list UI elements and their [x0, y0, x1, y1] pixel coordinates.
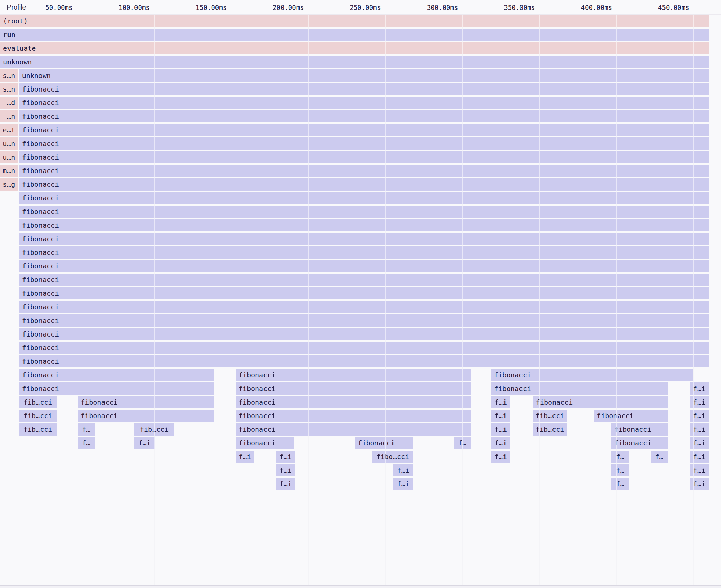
flame-frame[interactable]: s…g	[0, 178, 18, 191]
flame-frame[interactable]: fibonacci	[533, 396, 668, 408]
flame-frame[interactable]: _…n	[0, 110, 18, 122]
flame-frame[interactable]: f…i	[491, 410, 511, 422]
flame-frame[interactable]: fibonacci	[19, 124, 709, 136]
flame-frame[interactable]: fibonacci	[594, 410, 668, 422]
flame-frame[interactable]: f…i	[690, 451, 709, 463]
flame-frame[interactable]: fibonacci	[491, 369, 693, 381]
flame-frame[interactable]: fibonacci	[19, 151, 709, 163]
flame-frame[interactable]: f…i	[491, 423, 511, 436]
time-gridline-overlay	[154, 14, 155, 586]
flamegraph-view: Profile 50.00ms100.00ms150.00ms200.00ms2…	[0, 0, 721, 588]
toolbar: Profile 50.00ms100.00ms150.00ms200.00ms2…	[0, 0, 721, 15]
flame-frame[interactable]: f…	[651, 451, 668, 463]
time-gridline-overlay	[616, 14, 617, 586]
flame-frame[interactable]: run	[0, 29, 709, 41]
time-tick-label: 250.00ms	[350, 0, 381, 14]
flame-frame[interactable]: f…	[611, 464, 629, 476]
flame-frame[interactable]: fib…cci	[533, 423, 567, 436]
flame-frame[interactable]: f…i	[491, 396, 511, 408]
flame-frame[interactable]: fibonacci	[19, 206, 709, 218]
flame-frame[interactable]: f…i	[690, 464, 709, 476]
flame-frame[interactable]: fib…cci	[533, 410, 567, 422]
flame-frame[interactable]: f…i	[276, 451, 295, 463]
flame-frame[interactable]: fibonacci	[19, 314, 709, 327]
time-gridline-overlay	[462, 14, 463, 586]
flame-frame[interactable]: f…i	[491, 437, 511, 449]
flame-frame[interactable]: fibonacci	[19, 287, 709, 299]
flame-frame[interactable]: unknown	[19, 69, 709, 82]
flame-frame[interactable]: fib…cci	[19, 396, 57, 408]
flame-frame[interactable]: f…i	[276, 464, 295, 476]
flame-frame[interactable]: f…i	[690, 410, 709, 422]
flame-frame[interactable]: fibonacci	[19, 83, 709, 95]
flame-frame[interactable]: f…i	[134, 437, 155, 449]
flame-frame[interactable]: f…i	[690, 478, 709, 490]
flame-frame[interactable]: f…	[78, 423, 95, 436]
flame-frame[interactable]: _…d	[0, 97, 18, 109]
flame-frame[interactable]: unknown	[0, 56, 709, 68]
flame-frame[interactable]: f…	[611, 478, 629, 490]
flame-frame[interactable]: fibonacci	[236, 396, 471, 408]
flame-frame[interactable]: fibonacci	[19, 110, 709, 122]
time-tick-label: 350.00ms	[504, 0, 535, 14]
flame-frame[interactable]: fibonacci	[19, 274, 709, 286]
flame-frame[interactable]: fibonacci	[611, 423, 668, 436]
flame-frame[interactable]: f…i	[491, 451, 511, 463]
flame-frame[interactable]: fibonacci	[236, 437, 294, 449]
flame-frame[interactable]: fibonacci	[491, 382, 668, 395]
flame-frame[interactable]: u…n	[0, 137, 18, 150]
flame-frame[interactable]: f…i	[690, 396, 709, 408]
flame-frame[interactable]: fibonacci	[19, 233, 709, 245]
flame-frame[interactable]: fib…cci	[19, 423, 57, 436]
time-gridline-overlay	[539, 14, 540, 586]
flame-frame[interactable]: fibonacci	[355, 437, 413, 449]
flame-frame[interactable]: fibonacci	[236, 410, 471, 422]
flame-frame[interactable]: fibonacci	[19, 355, 709, 368]
flame-frame[interactable]: evaluate	[0, 42, 709, 54]
flame-frame[interactable]: fibonacci	[19, 246, 709, 259]
flame-frame[interactable]: e…t	[0, 124, 18, 136]
flame-frame[interactable]: u…n	[0, 151, 18, 163]
time-tick-label: 450.00ms	[658, 0, 689, 14]
flame-frame[interactable]: fibonacci	[19, 137, 709, 150]
flame-frame[interactable]: fibonacci	[19, 260, 709, 272]
flame-frame[interactable]: f…i	[393, 464, 413, 476]
flame-frame[interactable]: s…n	[0, 83, 18, 95]
tab-profile[interactable]: Profile	[7, 0, 26, 14]
flame-frame[interactable]: fibonacci	[236, 382, 471, 395]
flame-frame[interactable]: fib…cci	[19, 410, 57, 422]
flame-frame[interactable]: (root)	[0, 15, 709, 27]
flame-frame[interactable]: m…n	[0, 165, 18, 177]
flame-frame[interactable]: fibonacci	[19, 219, 709, 231]
flame-frame[interactable]: fibonacci	[19, 97, 709, 109]
flame-frame[interactable]: fibonacci	[19, 165, 709, 177]
time-tick-label: 200.00ms	[273, 0, 304, 14]
flame-frame[interactable]: fibonacci	[19, 328, 709, 340]
flame-frame[interactable]: f…	[78, 437, 95, 449]
flame-frame[interactable]: fibonacci	[19, 301, 709, 313]
flame-frame[interactable]: f…i	[393, 478, 413, 490]
flame-frame[interactable]: fibonacci	[19, 369, 214, 381]
flame-frame[interactable]: f…i	[690, 423, 709, 436]
flame-frame[interactable]: fibonacci	[19, 178, 709, 191]
flame-frame[interactable]: f…i	[690, 382, 709, 395]
time-gridline-overlay	[308, 14, 309, 586]
time-gridline-overlay	[693, 14, 694, 586]
flame-frame[interactable]: s…n	[0, 69, 18, 82]
flame-frame[interactable]: fibonacci	[19, 192, 709, 204]
flame-frame[interactable]: f…	[611, 451, 629, 463]
flame-frame[interactable]: fibonacci	[78, 396, 214, 408]
flame-frame[interactable]: f…i	[690, 437, 709, 449]
flame-frame[interactable]: f…i	[276, 478, 295, 490]
flame-frame[interactable]: fibonacci	[19, 342, 709, 354]
flame-frame[interactable]: fibonacci	[236, 369, 471, 381]
flame-frame[interactable]: f…i	[236, 451, 254, 463]
flame-frame[interactable]: fibonacci	[611, 437, 668, 449]
flame-frame[interactable]: fibo…cci	[372, 451, 414, 463]
time-gridline-overlay	[77, 14, 77, 586]
flame-frame[interactable]: fibonacci	[19, 382, 214, 395]
time-tick-label: 400.00ms	[581, 0, 612, 14]
flame-frame[interactable]: fibonacci	[78, 410, 214, 422]
time-gridline-overlay	[231, 14, 231, 586]
flame-frame[interactable]: fibonacci	[236, 423, 471, 436]
